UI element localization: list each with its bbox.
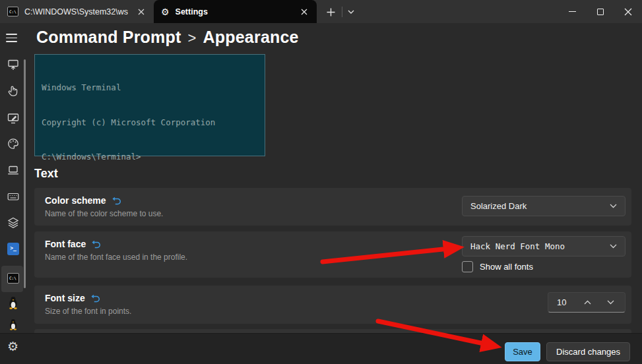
setting-card-font-size: Font size Size of the font in points.: [34, 286, 631, 324]
font-size-stepper[interactable]: 10: [548, 292, 626, 313]
sidebar-item-compatibility[interactable]: [7, 217, 19, 229]
chevron-down-icon: [348, 10, 354, 14]
sidebar-item-command-prompt[interactable]: C:\: [7, 272, 19, 284]
tab-settings[interactable]: ⚙ Settings: [154, 0, 317, 23]
plus-icon: [327, 8, 335, 16]
palette-icon: [7, 138, 19, 150]
show-all-fonts-row[interactable]: Show all fonts: [462, 260, 533, 273]
discard-changes-button[interactable]: Discard changes: [546, 342, 630, 361]
reset-icon[interactable]: [112, 197, 121, 205]
color-scheme-dropdown[interactable]: Solarized Dark: [462, 196, 626, 216]
tab-dropdown-button[interactable]: [344, 7, 358, 17]
breadcrumb-page: Appearance: [203, 28, 299, 46]
cmd-icon: C:\: [7, 7, 18, 16]
sidebar-item-rendering[interactable]: [7, 164, 19, 176]
titlebar: C:\ C:\WINDOWS\System32\wsl.ex ⚙ Setting…: [0, 0, 642, 23]
sidebar-item-powershell[interactable]: >_: [7, 243, 19, 255]
gear-icon: ⚙: [161, 7, 170, 16]
sidebar-item-startup[interactable]: [7, 59, 19, 71]
close-tab-icon[interactable]: [134, 5, 148, 19]
chevron-down-icon: [607, 300, 614, 305]
tabbar-divider: [342, 7, 342, 17]
laptop-icon: [7, 164, 19, 176]
monitor-up-icon: [7, 59, 19, 71]
setting-label: Font size: [45, 293, 85, 303]
tab-wsl[interactable]: C:\ C:\WINDOWS\System32\wsl.ex: [0, 0, 154, 23]
breadcrumb-profile[interactable]: Command Prompt: [36, 28, 181, 46]
terminal-line: Windows Terminal: [42, 82, 258, 94]
maximize-button[interactable]: [587, 0, 614, 23]
new-tab-button[interactable]: [322, 4, 339, 20]
setting-label: Font face: [45, 239, 86, 249]
section-title: Text: [34, 167, 58, 181]
tux-penguin-icon: [9, 318, 18, 330]
tab-title: Settings: [176, 7, 291, 16]
sidebar-item-appearance[interactable]: [7, 112, 19, 124]
checkbox-label: Show all fonts: [480, 262, 533, 272]
open-json-gear-icon[interactable]: ⚙: [7, 340, 18, 353]
footer-bar: ⚙ Save Discard changes: [0, 333, 642, 364]
layers-icon: [7, 217, 19, 229]
minimize-icon: [569, 11, 576, 12]
sidebar-scrollbar[interactable]: [24, 59, 26, 288]
hand-pointer-icon: [7, 85, 19, 97]
font-size-value[interactable]: 10: [548, 297, 576, 307]
reset-icon[interactable]: [92, 240, 101, 249]
pen-display-icon: [7, 112, 19, 124]
dropdown-value: Hack Nerd Font Mono: [470, 241, 610, 251]
breadcrumb-separator: >: [187, 30, 196, 46]
terminal-line: C:\Windows\Terminal>: [42, 151, 258, 163]
decrement-button[interactable]: [599, 293, 622, 312]
sidebar-item-linux-profile-2[interactable]: [7, 318, 19, 330]
reset-icon[interactable]: [91, 294, 100, 303]
windows-terminal-settings-window: C:\ C:\WINDOWS\System32\wsl.ex ⚙ Setting…: [0, 0, 642, 364]
close-window-button[interactable]: [615, 0, 641, 23]
setting-description: Size of the font in points.: [45, 307, 621, 316]
sidebar-item-interaction[interactable]: [7, 85, 19, 97]
show-all-fonts-checkbox[interactable]: [462, 261, 473, 272]
increment-button[interactable]: [576, 293, 599, 312]
chevron-up-icon: [584, 300, 591, 305]
save-button[interactable]: Save: [505, 342, 540, 361]
hamburger-menu-button[interactable]: [6, 34, 17, 42]
chevron-down-icon: [610, 204, 617, 208]
close-tab-icon[interactable]: [297, 5, 311, 19]
tab-title: C:\WINDOWS\System32\wsl.ex: [24, 7, 128, 16]
settings-nav-sidebar: >_ C:\: [0, 23, 26, 364]
sidebar-item-actions[interactable]: [7, 191, 19, 202]
powershell-icon: >_: [7, 243, 19, 255]
font-face-dropdown[interactable]: Hack Nerd Font Mono: [462, 236, 626, 257]
tux-penguin-icon: [8, 296, 18, 309]
minimize-button[interactable]: [559, 0, 585, 23]
sidebar-item-linux-profile[interactable]: [7, 297, 19, 309]
close-icon: [624, 8, 632, 16]
keyboard-icon: [7, 191, 19, 202]
cmd-icon: C:\: [7, 273, 19, 284]
maximize-icon: [597, 9, 604, 15]
sidebar-item-color-schemes[interactable]: [7, 138, 19, 150]
chevron-down-icon: [610, 244, 617, 249]
dropdown-value: Solarized Dark: [470, 201, 610, 211]
breadcrumb: Command Prompt>Appearance: [36, 28, 299, 47]
terminal-line: Copyright (c) Microsoft Corporation: [42, 117, 258, 129]
terminal-preview: Windows Terminal Copyright (c) Microsoft…: [34, 54, 265, 156]
setting-label: Color scheme: [45, 195, 106, 206]
